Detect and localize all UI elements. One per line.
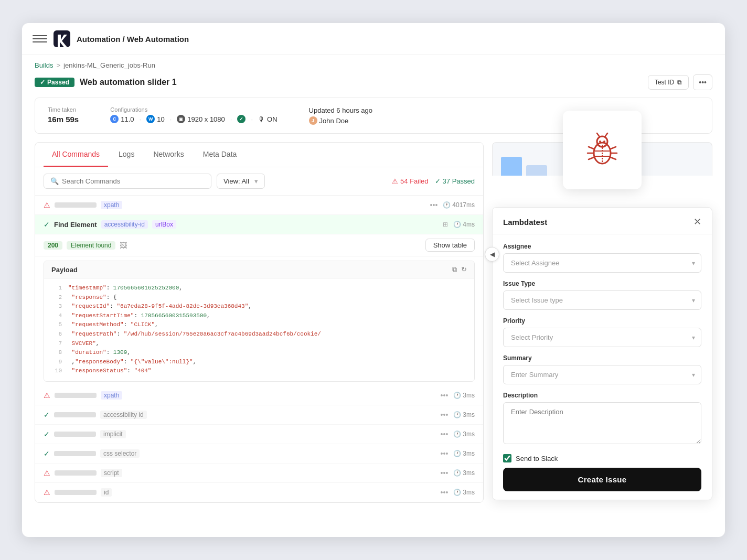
svg-point-5 [599,141,601,143]
cmd-css-6: css selector [100,449,140,458]
assignee-field: Assignee Select Assignee ▾ [503,243,701,273]
payload-actions: ⧉ ↻ [452,265,467,274]
assignee-label: Assignee [503,243,701,250]
command-item-highlighted[interactable]: ✓ Find Element accessibility-id urlBox ⊞… [35,215,483,234]
close-button[interactable]: ✕ [693,216,701,228]
expand-arrow[interactable]: ◀ [485,247,499,262]
refresh-payload-icon[interactable]: ↻ [461,265,467,274]
priority-select[interactable]: Select Priority [503,328,701,347]
fail-icon: ⚠ [44,201,50,209]
slack-checkbox[interactable] [503,454,511,462]
create-issue-button[interactable]: Create Issue [503,468,701,491]
right-panel: ◀ [492,142,712,503]
cmd-time-8: 🕐 3ms [453,489,475,496]
user-info: J John Doe [309,116,372,125]
cmd-id-8: id [101,488,112,497]
more-dots-icon[interactable]: ••• [430,201,438,209]
payload-header: Payload ⧉ ↻ [44,261,474,278]
show-table-button[interactable]: Show table [425,239,475,252]
cmd-row-4[interactable]: ✓ accessibility id ••• 🕐 3ms [35,405,483,425]
command-item[interactable]: ⚠ xpath ••• 🕐 4017ms [35,196,483,215]
more-dots-4[interactable]: ••• [441,411,449,419]
slack-row: Send to Slack [493,454,712,462]
green-config: ✓ [237,115,246,123]
breadcrumb-sep: > [56,61,60,69]
more-dots-6[interactable]: ••• [441,449,449,458]
pass-icon-5: ✓ [44,430,50,438]
tab-networks[interactable]: Networks [145,143,192,167]
search-icon: 🔍 [50,177,59,185]
description-label: Description [503,392,701,399]
cmd-label-url: urlBox [152,220,176,229]
monitor-icon: ▣ [177,115,185,123]
tab-all-commands[interactable]: All Commands [44,143,108,167]
svg-line-4 [605,133,607,137]
more-dots-3[interactable]: ••• [441,391,449,400]
more-options-button[interactable]: ••• [693,74,712,90]
warning-icon: ⚠ [392,177,398,185]
content-area: All Commands Logs Networks Meta Data 🔍 V… [22,142,725,515]
priority-select-wrapper: Select Priority ▾ [503,328,701,347]
form-panel: Lambdatest ✕ Assignee Select Assignee ▾ [492,207,712,500]
search-box: 🔍 [44,174,211,189]
hamburger-icon[interactable] [33,31,47,46]
windows-icon: W [146,115,155,123]
header: Automation / Web Automation [22,23,725,55]
updated-group: Updated 6 hours ago J John Doe [309,106,372,125]
audio-icon: 🎙 [258,115,265,123]
tab-meta-data[interactable]: Meta Data [195,143,246,167]
cmd-bar-4 [54,412,96,417]
cmd-bar-8 [55,490,97,495]
chart-bar-group-2 [526,165,547,176]
clock-icon: 🕐 [443,201,451,209]
cmd-row-8[interactable]: ⚠ id ••• 🕐 3ms [35,483,483,502]
chart-bar-1 [501,157,522,176]
more-dots-5[interactable]: ••• [441,430,449,438]
chrome-icon: C [110,115,119,123]
issue-type-select[interactable]: Select Issue type [503,290,701,310]
cmd-row-5[interactable]: ✓ implicit ••• 🕐 3ms [35,425,483,444]
cmd-row-3[interactable]: ⚠ xpath ••• 🕐 3ms [35,386,483,405]
configurations-label: Configurations [110,106,277,113]
cmd-xpath-3: xpath [101,391,122,400]
tabs: All Commands Logs Networks Meta Data [35,143,483,167]
status-code: 200 [44,241,62,250]
cmd-access-4: accessibility id [100,411,147,419]
win-config: W 10 [146,115,164,123]
passed-badge: ✓ Passed [35,78,74,87]
cmd-time-3: 🕐 3ms [453,392,475,399]
chart-bar-group [501,157,522,176]
cmd-bar [55,202,97,208]
cmd-row-7[interactable]: ⚠ script ••• 🕐 3ms [35,464,483,483]
form-body: Assignee Select Assignee ▾ Issue Type [493,234,712,454]
priority-field: Priority Select Priority ▾ [503,317,701,347]
form-title: Lambdatest [503,218,547,227]
slack-label: Send to Slack [516,455,558,462]
search-input[interactable] [62,177,205,185]
passed-count: ✓ 37 Passed [435,177,475,185]
more-dots-8[interactable]: ••• [441,488,449,497]
avatar: J [309,116,317,125]
view-select[interactable]: View: All ▾ [217,174,265,189]
summary-select[interactable]: Enter Summary [503,365,701,384]
cmd-bar-7 [55,470,97,476]
fail-icon-3: ⚠ [44,391,50,400]
description-field: Description [503,392,701,446]
failed-count: ⚠ 54 Failed [392,177,428,185]
time-taken-label: Time taken [48,106,79,113]
image-icon: 🖼 [120,241,127,250]
svg-line-3 [597,133,600,137]
svg-line-7 [589,147,594,149]
copy-payload-icon[interactable]: ⧉ [452,265,457,274]
pass-icon-4: ✓ [44,411,50,419]
assignee-select[interactable]: Select Assignee [503,253,701,273]
summary-label: Summary [503,354,701,362]
breadcrumb: Builds > jenkins-ML_Generic_jobs-Run [22,55,725,69]
more-dots-7[interactable]: ••• [441,469,449,477]
test-id-button[interactable]: Test ID ⧉ [648,75,689,90]
cmd-row-6[interactable]: ✓ css selector ••• 🕐 3ms [35,444,483,464]
description-textarea[interactable] [503,402,701,444]
breadcrumb-builds-link[interactable]: Builds [35,61,53,69]
tab-logs[interactable]: Logs [110,143,143,167]
resolution-config: ▣ 1920 x 1080 [177,115,225,123]
